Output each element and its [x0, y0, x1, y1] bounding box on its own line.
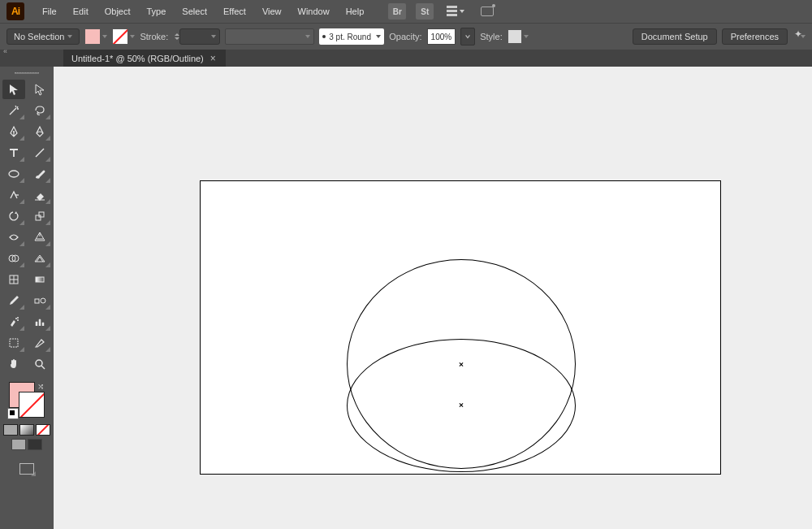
- brush-definition-label: 3 pt. Round: [329, 33, 373, 41]
- pen-tool[interactable]: [2, 122, 25, 141]
- menu-select[interactable]: Select: [175, 3, 214, 20]
- flyout-corner-icon: [45, 305, 50, 310]
- default-fill-stroke-icon[interactable]: [7, 408, 19, 419]
- selection-tool[interactable]: [2, 80, 25, 99]
- curvature-tool[interactable]: [28, 122, 51, 141]
- magic-wand-tool[interactable]: [2, 101, 25, 120]
- preferences-label: Preferences: [731, 32, 779, 41]
- flyout-corner-icon: [19, 305, 24, 310]
- lasso-tool[interactable]: [28, 101, 51, 120]
- tools-panel-grip[interactable]: [2, 70, 51, 76]
- align-options-button[interactable]: [793, 28, 806, 45]
- scale-tool[interactable]: [28, 206, 51, 226]
- svg-point-0: [13, 131, 15, 132]
- fill-swatch-icon: [84, 28, 101, 45]
- menu-view[interactable]: View: [256, 3, 288, 20]
- paintbrush-tool[interactable]: [28, 164, 51, 184]
- bridge-icon[interactable]: Br: [388, 3, 406, 20]
- menu-help[interactable]: Help: [339, 3, 371, 20]
- shape-center-marker: [459, 402, 464, 407]
- style-swatch-icon: [508, 29, 522, 44]
- flyout-corner-icon: [45, 347, 50, 352]
- eyedropper-tool[interactable]: [2, 291, 25, 310]
- fill-color-picker[interactable]: [84, 28, 107, 45]
- preferences-button[interactable]: Preferences: [722, 28, 788, 45]
- menu-effect[interactable]: Effect: [217, 3, 253, 20]
- toolbar-collapse-handle[interactable]: [0, 50, 63, 67]
- zoom-tool[interactable]: [28, 354, 51, 374]
- color-solid-button[interactable]: [3, 424, 18, 436]
- slice-tool[interactable]: [28, 333, 51, 353]
- flyout-corner-icon: [45, 220, 50, 225]
- flyout-corner-icon: [19, 241, 24, 246]
- artboard-tool[interactable]: [2, 333, 25, 353]
- flyout-corner-icon: [19, 199, 24, 204]
- style-label: Style:: [480, 32, 503, 41]
- graphic-style-picker[interactable]: [508, 29, 529, 44]
- screen-mode-button[interactable]: [18, 462, 36, 476]
- variable-width-profile-dropdown[interactable]: [225, 28, 314, 45]
- close-tab-icon[interactable]: ×: [210, 53, 216, 64]
- free-transform-tool[interactable]: [28, 228, 51, 247]
- chevron-down-icon: [524, 35, 529, 38]
- opacity-dropdown-button[interactable]: [460, 28, 475, 46]
- svg-rect-8: [35, 299, 39, 303]
- svg-rect-2: [36, 215, 41, 220]
- arrange-documents-icon: [447, 6, 457, 17]
- direct-selection-tool[interactable]: [28, 80, 51, 99]
- stroke-weight-dropdown[interactable]: [179, 28, 220, 45]
- selection-status-dropdown[interactable]: No Selection: [6, 28, 80, 45]
- chevron-down-icon: [376, 35, 381, 38]
- draw-normal-button[interactable]: [11, 439, 26, 450]
- symbol-sprayer-tool[interactable]: [2, 312, 25, 332]
- control-bar: No Selection Stroke: 3 pt. Round Opacity…: [0, 23, 812, 50]
- stock-icon[interactable]: St: [416, 3, 434, 20]
- stroke-label: Stroke:: [140, 32, 168, 41]
- flyout-corner-icon: [19, 262, 24, 267]
- rotate-tool[interactable]: [2, 206, 25, 226]
- stroke-color-box-icon[interactable]: [19, 392, 45, 418]
- blend-tool[interactable]: [28, 291, 51, 310]
- align-icon: [793, 30, 801, 43]
- type-tool[interactable]: [2, 143, 25, 163]
- stroke-color-picker[interactable]: [112, 28, 135, 45]
- ellipse-tool[interactable]: [2, 164, 25, 184]
- mesh-tool[interactable]: [2, 270, 25, 289]
- swap-fill-stroke-icon[interactable]: ⤭: [35, 380, 46, 392]
- fill-stroke-control[interactable]: ⤭: [9, 382, 45, 418]
- arrange-documents-button[interactable]: [447, 3, 464, 20]
- brush-definition-dropdown[interactable]: 3 pt. Round: [319, 28, 384, 45]
- draw-behind-button[interactable]: [28, 439, 42, 450]
- color-gradient-button[interactable]: [19, 424, 34, 436]
- document-setup-label: Document Setup: [641, 32, 708, 41]
- svg-point-10: [15, 318, 17, 319]
- menu-edit[interactable]: Edit: [67, 3, 95, 20]
- gpu-performance-icon[interactable]: [479, 4, 495, 19]
- eraser-tool[interactable]: [28, 185, 51, 205]
- document-setup-button[interactable]: Document Setup: [633, 28, 717, 45]
- flyout-corner-icon: [45, 241, 50, 246]
- chevron-down-icon: [130, 35, 135, 38]
- shape-builder-tool[interactable]: [2, 249, 25, 268]
- column-graph-tool[interactable]: [28, 312, 51, 332]
- opacity-field[interactable]: 100%: [427, 28, 456, 45]
- menu-object[interactable]: Object: [98, 3, 137, 20]
- line-segment-tool[interactable]: [28, 143, 51, 163]
- document-tab-title: Untitled-1* @ 50% (RGB/Outline): [71, 54, 204, 63]
- shaper-tool[interactable]: [2, 185, 25, 205]
- chevron-down-icon: [67, 35, 72, 38]
- document-tab-active[interactable]: Untitled-1* @ 50% (RGB/Outline) ×: [63, 50, 226, 67]
- menu-window[interactable]: Window: [292, 3, 336, 20]
- menu-file[interactable]: File: [36, 3, 63, 20]
- width-tool[interactable]: [2, 228, 25, 247]
- expand-corner-icon: [31, 471, 36, 476]
- color-none-button[interactable]: [36, 424, 50, 436]
- hand-tool[interactable]: [2, 354, 25, 374]
- artboard[interactable]: [200, 180, 721, 475]
- gradient-tool[interactable]: [28, 270, 51, 289]
- perspective-grid-tool[interactable]: [28, 249, 51, 268]
- brush-dot-icon: [322, 35, 326, 38]
- menu-type[interactable]: Type: [140, 3, 173, 20]
- app-logo-icon: Ai: [6, 2, 24, 20]
- document-tab-bar: Untitled-1* @ 50% (RGB/Outline) ×: [0, 50, 812, 67]
